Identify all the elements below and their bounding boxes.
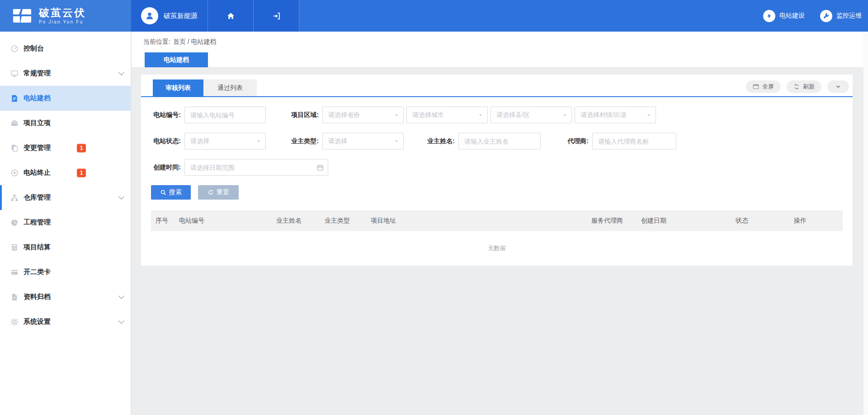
module-station-build-label: 电站建设 (779, 12, 805, 20)
chevron-down-icon (835, 84, 841, 90)
notification-badge: 1 (77, 144, 86, 152)
user-icon (145, 11, 155, 21)
sidebar-item-label: 资料归档 (24, 293, 51, 301)
login-button[interactable] (254, 0, 299, 32)
col-status: 状态 (731, 217, 789, 225)
col-owner-name: 业主姓名 (272, 217, 320, 225)
sidebar-item-label: 开二类卡 (24, 268, 51, 276)
owner-type-label: 业主类型: (286, 137, 319, 145)
reset-label: 重置 (217, 188, 229, 196)
sidebar: 控制台 常规管理 电站建档 (0, 32, 131, 415)
search-label: 搜索 (169, 188, 182, 196)
sidebar-item-general-mgmt[interactable]: 常规管理 (0, 61, 131, 86)
status-label: 电站状态: (151, 137, 181, 145)
search-button[interactable]: 搜索 (151, 185, 191, 200)
caret-down-icon (646, 113, 651, 117)
town-select[interactable]: 请选择村镇/街道 (575, 107, 656, 123)
pie-dashboard-icon (10, 218, 19, 227)
create-time-label: 创建时间: (151, 163, 181, 172)
date-range-input[interactable] (184, 159, 328, 176)
chevron-down-icon (118, 70, 124, 75)
tab-passed-list[interactable]: 通过列表 (203, 79, 257, 96)
notification-badge: 1 (77, 168, 86, 177)
fullscreen-icon (753, 84, 759, 90)
login-arrow-icon (272, 12, 281, 20)
user-menu[interactable]: 破茧新能源 (131, 0, 208, 32)
col-station-no: 电站编号 (175, 217, 272, 225)
sidebar-item-label: 项目立项 (24, 119, 51, 127)
col-create-date: 创建日期 (637, 217, 731, 225)
fullscreen-button[interactable]: 全屏 (746, 80, 781, 93)
station-no-input[interactable] (184, 107, 266, 123)
caret-down-icon (394, 113, 399, 117)
page-tab-station-archive[interactable]: 电站建档 (145, 52, 208, 67)
monitor-icon (10, 69, 19, 78)
sidebar-item-label: 电站建档 (24, 94, 51, 103)
lightning-icon (763, 10, 775, 22)
town-placeholder: 请选择村镇/街道 (580, 111, 627, 119)
briefcase-icon (10, 119, 19, 128)
brand-title: 破茧云伏 (39, 7, 86, 19)
sidebar-item-label: 项目结算 (24, 243, 51, 252)
sidebar-item-label: 电站终止 (24, 168, 51, 177)
credit-card-icon (10, 268, 19, 277)
calculator-icon (10, 243, 19, 252)
caret-down-icon (394, 139, 399, 144)
col-service-agent: 服务代理商 (587, 217, 637, 225)
region-label: 项目区域: (286, 111, 319, 119)
col-actions: 操作 (789, 217, 843, 225)
reset-button[interactable]: 重置 (198, 185, 239, 200)
page-tab-row: 电站建档 (132, 52, 868, 68)
scrollbar-track[interactable] (863, 32, 868, 415)
reset-icon (208, 189, 214, 196)
breadcrumb-path[interactable]: 首页 / 电站建档 (173, 38, 217, 46)
breadcrumb: 当前位置: 首页 / 电站建档 (132, 32, 868, 52)
home-button[interactable] (208, 0, 254, 32)
owner-name-label: 业主姓名: (423, 137, 455, 145)
home-icon (226, 12, 235, 20)
fullscreen-label: 全屏 (762, 83, 774, 91)
module-station-build[interactable]: 电站建设 (763, 10, 805, 22)
owner-type-placeholder: 请选择 (328, 137, 347, 145)
sidebar-item-station-termination[interactable]: 电站终止 1 (0, 160, 131, 185)
sidebar-item-label: 常规管理 (24, 69, 51, 78)
agent-input[interactable] (592, 133, 676, 149)
county-select[interactable]: 请选择县/区 (491, 107, 572, 123)
sidebar-item-type2-card[interactable]: 开二类卡 (0, 260, 131, 284)
user-name: 破茧新能源 (164, 12, 198, 20)
record-circle-icon (10, 168, 19, 177)
sidebar-item-label: 仓库管理 (24, 193, 51, 202)
city-select[interactable]: 请选择城市 (406, 107, 488, 123)
sidebar-item-change-mgmt[interactable]: 变更管理 1 (0, 135, 131, 160)
col-index: 序号 (151, 217, 175, 225)
sidebar-item-console[interactable]: 控制台 (0, 36, 131, 61)
archive-file-icon (10, 293, 19, 302)
search-icon (160, 189, 166, 196)
sidebar-item-project-initiation[interactable]: 项目立项 (0, 111, 131, 135)
brand-subtitle: Po Jian Yun Fu (39, 19, 86, 24)
sidebar-item-system-settings[interactable]: 系统设置 (0, 309, 131, 334)
refresh-icon (793, 84, 800, 90)
status-select[interactable]: 请选择 (184, 133, 266, 149)
sidebar-item-label: 变更管理 (24, 144, 51, 152)
status-placeholder: 请选择 (190, 137, 209, 145)
province-select[interactable]: 请选择省份 (322, 107, 404, 123)
breadcrumb-label: 当前位置: (143, 38, 170, 46)
agent-label: 代理商: (557, 137, 589, 145)
sidebar-item-project-settlement[interactable]: 项目结算 (0, 235, 131, 260)
gauge-icon (10, 44, 19, 53)
owner-type-select[interactable]: 请选择 (322, 133, 404, 149)
wrench-icon (820, 10, 832, 22)
sidebar-item-engineering-mgmt[interactable]: 工程管理 (0, 210, 131, 235)
sidebar-item-warehouse-mgmt[interactable]: 仓库管理 (0, 185, 131, 210)
owner-name-input[interactable] (458, 133, 541, 149)
module-monitor-ops-label: 监控运维 (836, 12, 862, 20)
sidebar-item-station-archive[interactable]: 电站建档 (0, 86, 131, 111)
sidebar-item-data-archive[interactable]: 资料归档 (0, 284, 131, 309)
refresh-button[interactable]: 刷新 (787, 80, 821, 93)
module-monitor-ops[interactable]: 监控运维 (820, 10, 862, 22)
chevron-down-icon (118, 293, 124, 299)
tab-review-list[interactable]: 审核列表 (153, 79, 203, 96)
collapse-button[interactable] (827, 80, 849, 93)
avatar (141, 7, 158, 24)
